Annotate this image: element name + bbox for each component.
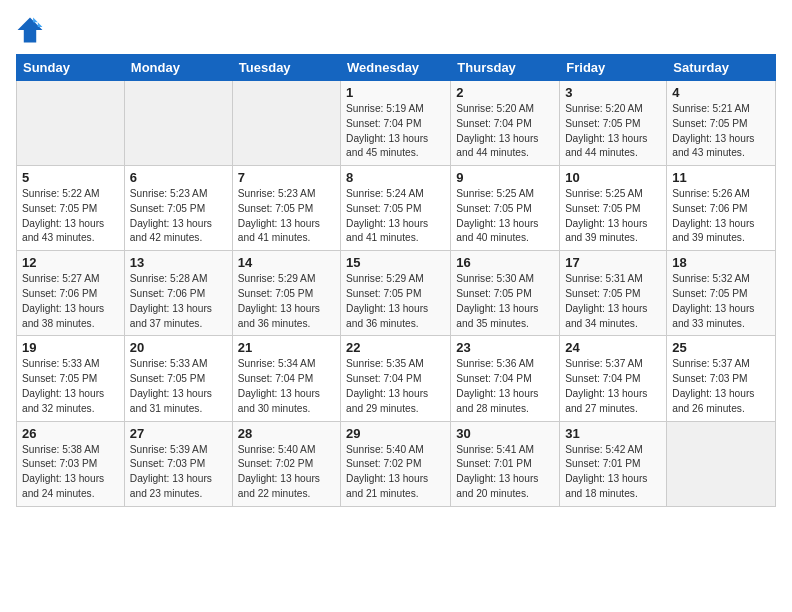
day-info: Sunrise: 5:24 AM Sunset: 7:05 PM Dayligh… xyxy=(346,187,445,246)
calendar-cell: 26Sunrise: 5:38 AM Sunset: 7:03 PM Dayli… xyxy=(17,421,125,506)
calendar-cell: 11Sunrise: 5:26 AM Sunset: 7:06 PM Dayli… xyxy=(667,166,776,251)
day-number: 5 xyxy=(22,170,119,185)
day-info: Sunrise: 5:30 AM Sunset: 7:05 PM Dayligh… xyxy=(456,272,554,331)
week-row-4: 19Sunrise: 5:33 AM Sunset: 7:05 PM Dayli… xyxy=(17,336,776,421)
day-number: 31 xyxy=(565,426,661,441)
day-info: Sunrise: 5:42 AM Sunset: 7:01 PM Dayligh… xyxy=(565,443,661,502)
day-number: 18 xyxy=(672,255,770,270)
calendar-cell: 4Sunrise: 5:21 AM Sunset: 7:05 PM Daylig… xyxy=(667,81,776,166)
header-row: SundayMondayTuesdayWednesdayThursdayFrid… xyxy=(17,55,776,81)
day-info: Sunrise: 5:33 AM Sunset: 7:05 PM Dayligh… xyxy=(130,357,227,416)
day-number: 27 xyxy=(130,426,227,441)
calendar-cell: 29Sunrise: 5:40 AM Sunset: 7:02 PM Dayli… xyxy=(341,421,451,506)
day-number: 26 xyxy=(22,426,119,441)
calendar-page: SundayMondayTuesdayWednesdayThursdayFrid… xyxy=(0,0,792,612)
calendar-cell: 21Sunrise: 5:34 AM Sunset: 7:04 PM Dayli… xyxy=(232,336,340,421)
calendar-cell xyxy=(232,81,340,166)
logo-icon xyxy=(16,16,44,44)
day-info: Sunrise: 5:29 AM Sunset: 7:05 PM Dayligh… xyxy=(238,272,335,331)
logo xyxy=(16,16,46,44)
day-info: Sunrise: 5:33 AM Sunset: 7:05 PM Dayligh… xyxy=(22,357,119,416)
header xyxy=(16,16,776,44)
day-info: Sunrise: 5:40 AM Sunset: 7:02 PM Dayligh… xyxy=(238,443,335,502)
day-number: 12 xyxy=(22,255,119,270)
day-number: 30 xyxy=(456,426,554,441)
day-number: 29 xyxy=(346,426,445,441)
calendar-cell: 28Sunrise: 5:40 AM Sunset: 7:02 PM Dayli… xyxy=(232,421,340,506)
calendar-cell: 7Sunrise: 5:23 AM Sunset: 7:05 PM Daylig… xyxy=(232,166,340,251)
day-info: Sunrise: 5:37 AM Sunset: 7:03 PM Dayligh… xyxy=(672,357,770,416)
day-info: Sunrise: 5:21 AM Sunset: 7:05 PM Dayligh… xyxy=(672,102,770,161)
calendar-cell: 19Sunrise: 5:33 AM Sunset: 7:05 PM Dayli… xyxy=(17,336,125,421)
day-number: 17 xyxy=(565,255,661,270)
calendar-cell: 8Sunrise: 5:24 AM Sunset: 7:05 PM Daylig… xyxy=(341,166,451,251)
day-number: 13 xyxy=(130,255,227,270)
calendar-cell: 6Sunrise: 5:23 AM Sunset: 7:05 PM Daylig… xyxy=(124,166,232,251)
day-info: Sunrise: 5:25 AM Sunset: 7:05 PM Dayligh… xyxy=(456,187,554,246)
day-info: Sunrise: 5:40 AM Sunset: 7:02 PM Dayligh… xyxy=(346,443,445,502)
day-number: 25 xyxy=(672,340,770,355)
day-info: Sunrise: 5:22 AM Sunset: 7:05 PM Dayligh… xyxy=(22,187,119,246)
week-row-5: 26Sunrise: 5:38 AM Sunset: 7:03 PM Dayli… xyxy=(17,421,776,506)
calendar-cell: 23Sunrise: 5:36 AM Sunset: 7:04 PM Dayli… xyxy=(451,336,560,421)
day-number: 23 xyxy=(456,340,554,355)
calendar-cell: 2Sunrise: 5:20 AM Sunset: 7:04 PM Daylig… xyxy=(451,81,560,166)
week-row-3: 12Sunrise: 5:27 AM Sunset: 7:06 PM Dayli… xyxy=(17,251,776,336)
day-info: Sunrise: 5:20 AM Sunset: 7:04 PM Dayligh… xyxy=(456,102,554,161)
calendar-cell: 30Sunrise: 5:41 AM Sunset: 7:01 PM Dayli… xyxy=(451,421,560,506)
calendar-cell: 24Sunrise: 5:37 AM Sunset: 7:04 PM Dayli… xyxy=(560,336,667,421)
day-number: 7 xyxy=(238,170,335,185)
day-info: Sunrise: 5:26 AM Sunset: 7:06 PM Dayligh… xyxy=(672,187,770,246)
calendar-cell: 13Sunrise: 5:28 AM Sunset: 7:06 PM Dayli… xyxy=(124,251,232,336)
day-number: 8 xyxy=(346,170,445,185)
calendar-cell: 25Sunrise: 5:37 AM Sunset: 7:03 PM Dayli… xyxy=(667,336,776,421)
header-thursday: Thursday xyxy=(451,55,560,81)
calendar-cell: 20Sunrise: 5:33 AM Sunset: 7:05 PM Dayli… xyxy=(124,336,232,421)
calendar-cell: 3Sunrise: 5:20 AM Sunset: 7:05 PM Daylig… xyxy=(560,81,667,166)
day-number: 20 xyxy=(130,340,227,355)
calendar-table: SundayMondayTuesdayWednesdayThursdayFrid… xyxy=(16,54,776,507)
day-info: Sunrise: 5:38 AM Sunset: 7:03 PM Dayligh… xyxy=(22,443,119,502)
calendar-cell: 27Sunrise: 5:39 AM Sunset: 7:03 PM Dayli… xyxy=(124,421,232,506)
day-info: Sunrise: 5:41 AM Sunset: 7:01 PM Dayligh… xyxy=(456,443,554,502)
day-number: 4 xyxy=(672,85,770,100)
day-info: Sunrise: 5:23 AM Sunset: 7:05 PM Dayligh… xyxy=(130,187,227,246)
day-number: 22 xyxy=(346,340,445,355)
day-info: Sunrise: 5:20 AM Sunset: 7:05 PM Dayligh… xyxy=(565,102,661,161)
calendar-cell xyxy=(17,81,125,166)
day-number: 11 xyxy=(672,170,770,185)
calendar-cell: 1Sunrise: 5:19 AM Sunset: 7:04 PM Daylig… xyxy=(341,81,451,166)
calendar-cell: 10Sunrise: 5:25 AM Sunset: 7:05 PM Dayli… xyxy=(560,166,667,251)
header-tuesday: Tuesday xyxy=(232,55,340,81)
day-number: 3 xyxy=(565,85,661,100)
day-number: 16 xyxy=(456,255,554,270)
calendar-cell: 9Sunrise: 5:25 AM Sunset: 7:05 PM Daylig… xyxy=(451,166,560,251)
day-info: Sunrise: 5:23 AM Sunset: 7:05 PM Dayligh… xyxy=(238,187,335,246)
calendar-cell xyxy=(124,81,232,166)
day-info: Sunrise: 5:28 AM Sunset: 7:06 PM Dayligh… xyxy=(130,272,227,331)
svg-marker-0 xyxy=(18,18,43,43)
day-info: Sunrise: 5:34 AM Sunset: 7:04 PM Dayligh… xyxy=(238,357,335,416)
day-number: 14 xyxy=(238,255,335,270)
day-number: 1 xyxy=(346,85,445,100)
calendar-cell: 31Sunrise: 5:42 AM Sunset: 7:01 PM Dayli… xyxy=(560,421,667,506)
header-friday: Friday xyxy=(560,55,667,81)
header-saturday: Saturday xyxy=(667,55,776,81)
day-info: Sunrise: 5:27 AM Sunset: 7:06 PM Dayligh… xyxy=(22,272,119,331)
day-info: Sunrise: 5:29 AM Sunset: 7:05 PM Dayligh… xyxy=(346,272,445,331)
day-info: Sunrise: 5:35 AM Sunset: 7:04 PM Dayligh… xyxy=(346,357,445,416)
header-monday: Monday xyxy=(124,55,232,81)
calendar-cell: 18Sunrise: 5:32 AM Sunset: 7:05 PM Dayli… xyxy=(667,251,776,336)
day-number: 28 xyxy=(238,426,335,441)
calendar-cell: 14Sunrise: 5:29 AM Sunset: 7:05 PM Dayli… xyxy=(232,251,340,336)
day-info: Sunrise: 5:25 AM Sunset: 7:05 PM Dayligh… xyxy=(565,187,661,246)
header-sunday: Sunday xyxy=(17,55,125,81)
calendar-cell: 17Sunrise: 5:31 AM Sunset: 7:05 PM Dayli… xyxy=(560,251,667,336)
day-info: Sunrise: 5:31 AM Sunset: 7:05 PM Dayligh… xyxy=(565,272,661,331)
calendar-cell xyxy=(667,421,776,506)
day-info: Sunrise: 5:19 AM Sunset: 7:04 PM Dayligh… xyxy=(346,102,445,161)
day-number: 15 xyxy=(346,255,445,270)
calendar-cell: 16Sunrise: 5:30 AM Sunset: 7:05 PM Dayli… xyxy=(451,251,560,336)
day-number: 2 xyxy=(456,85,554,100)
day-number: 10 xyxy=(565,170,661,185)
